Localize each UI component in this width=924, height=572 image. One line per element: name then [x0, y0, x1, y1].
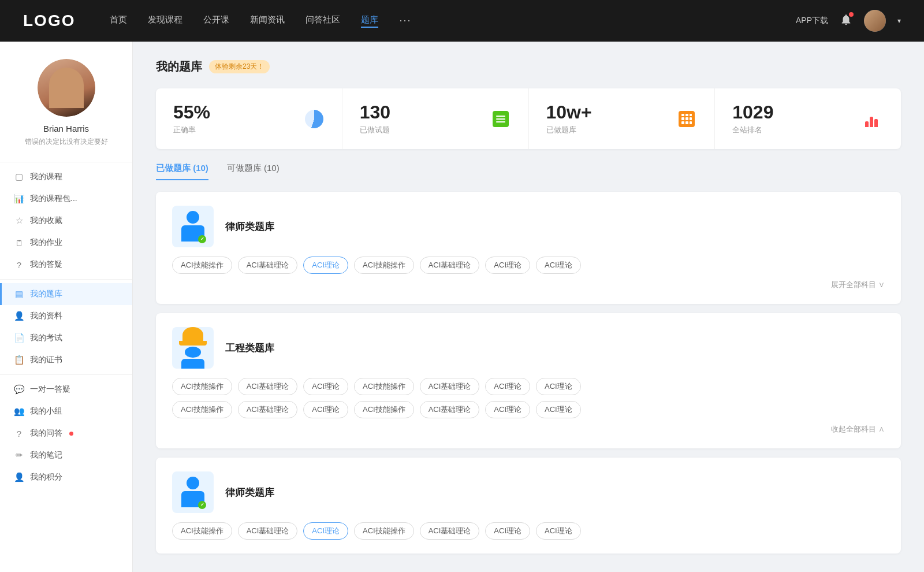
tag-2-5[interactable]: ACI基础理论	[420, 378, 480, 395]
sidebar-avatar	[38, 59, 95, 117]
nav-qa[interactable]: 问答社区	[305, 14, 340, 28]
tag-3-6[interactable]: ACI理论	[485, 522, 530, 540]
tag-2-3[interactable]: ACI理论	[303, 378, 348, 395]
tag-2-11[interactable]: ACI技能操作	[354, 401, 414, 418]
homework-icon: 🗒	[14, 237, 24, 248]
tag-2-12[interactable]: ACI基础理论	[420, 401, 480, 418]
grid-icon	[676, 109, 697, 129]
tag-3-5[interactable]: ACI基础理论	[420, 522, 480, 540]
tag-1-2[interactable]: ACI基础理论	[238, 257, 298, 274]
sidebar-item-points[interactable]: 👤 我的积分	[0, 466, 132, 488]
sidebar-item-course-package[interactable]: 📊 我的课程包...	[0, 188, 132, 210]
tag-2-7[interactable]: ACI理论	[536, 378, 581, 395]
tag-2-2[interactable]: ACI基础理论	[238, 378, 298, 395]
tutoring-icon: 💬	[14, 384, 24, 395]
questions-icon: ?	[14, 428, 24, 439]
collapse-link[interactable]: 收起全部科目 ∧	[172, 424, 885, 434]
tab-done-banks[interactable]: 已做题库 (10)	[156, 163, 208, 180]
user-avatar[interactable]	[864, 10, 886, 32]
exam-icon: 📄	[14, 333, 24, 343]
tag-2-8[interactable]: ACI技能操作	[172, 401, 232, 418]
engineer-face	[185, 347, 201, 358]
nav-news[interactable]: 新闻资讯	[250, 14, 285, 28]
nav-menu: 首页 发现课程 公开课 新闻资讯 问答社区 题库 ···	[110, 14, 796, 28]
sidebar-item-questions[interactable]: ? 我的问答	[0, 422, 132, 444]
qbank-lawyer-2-icon: ✓	[172, 471, 214, 513]
stat-done-banks: 10w+ 已做题库	[529, 88, 716, 149]
tag-2-9[interactable]: ACI基础理论	[238, 401, 298, 418]
sidebar-item-favorites[interactable]: ☆ 我的收藏	[0, 210, 132, 232]
avatar-chevron[interactable]: ▾	[897, 17, 901, 25]
qbank-lawyer-1-icon: ✓	[172, 206, 214, 247]
tag-3-4[interactable]: ACI技能操作	[354, 522, 414, 540]
tag-3-3[interactable]: ACI理论	[303, 522, 348, 540]
tag-1-6[interactable]: ACI理论	[485, 257, 530, 274]
list-green-icon	[493, 111, 509, 127]
groups-icon: 👥	[14, 406, 24, 417]
stat-done-banks-value: 10w+	[546, 102, 668, 122]
qa-icon: ?	[14, 259, 24, 270]
tag-1-7[interactable]: ACI理论	[536, 257, 581, 274]
sidebar-item-my-course[interactable]: ▢ 我的课程	[0, 166, 132, 188]
qbank-card-lawyer-1-header: ✓ 律师类题库	[172, 206, 885, 247]
tag-2-6[interactable]: ACI理论	[485, 378, 530, 395]
avatar-image	[38, 59, 95, 117]
stat-accuracy-text: 55% 正确率	[173, 102, 295, 135]
sidebar-item-question-bank[interactable]: ▤ 我的题库	[0, 283, 132, 305]
points-icon: 👤	[14, 472, 24, 482]
expand-link-1[interactable]: 展开全部科目 ∨	[172, 280, 885, 290]
qbank-icon: ▤	[14, 289, 24, 299]
notes-icon: ✏	[14, 450, 24, 460]
tag-2-1[interactable]: ACI技能操作	[172, 378, 232, 395]
qbank-engineer-tags-row2: ACI技能操作 ACI基础理论 ACI理论 ACI技能操作 ACI基础理论 AC…	[172, 401, 885, 418]
tag-2-14[interactable]: ACI理论	[536, 401, 581, 418]
tag-1-3[interactable]: ACI理论	[303, 257, 348, 274]
sidebar-item-profile[interactable]: 👤 我的资料	[0, 305, 132, 327]
tag-2-4[interactable]: ACI技能操作	[354, 378, 414, 395]
qbank-card-engineer: 工程类题库 ACI技能操作 ACI基础理论 ACI理论 ACI技能操作 ACI基…	[156, 313, 901, 448]
tag-3-7[interactable]: ACI理论	[536, 522, 581, 540]
page-layout: Brian Harris 错误的决定比没有决定要好 ▢ 我的课程 📊 我的课程包…	[0, 42, 924, 572]
sidebar-item-certificate[interactable]: 📋 我的证书	[0, 349, 132, 371]
tag-3-2[interactable]: ACI基础理论	[238, 522, 298, 540]
nav-discover[interactable]: 发现课程	[148, 14, 182, 28]
qbank-engineer-title: 工程类题库	[225, 341, 274, 355]
page-header: 我的题库 体验剩余23天！	[156, 59, 901, 75]
qbank-lawyer-1-title: 律师类题库	[225, 220, 274, 233]
notification-bell[interactable]	[840, 13, 852, 28]
page-title: 我的题库	[156, 59, 202, 75]
stat-accuracy: 55% 正确率	[156, 88, 342, 149]
sidebar-menu: ▢ 我的课程 📊 我的课程包... ☆ 我的收藏 🗒 我的作业 ? 我的答疑 ▤	[0, 166, 132, 488]
tag-2-13[interactable]: ACI理论	[485, 401, 530, 418]
questions-notification-dot	[69, 432, 73, 436]
pie-chart	[305, 110, 323, 128]
tag-1-1[interactable]: ACI技能操作	[172, 257, 232, 274]
logo[interactable]: LOGO	[23, 12, 75, 30]
list-icon	[490, 109, 511, 129]
nav-home[interactable]: 首页	[110, 14, 127, 28]
navbar-right: APP下载 ▾	[796, 10, 901, 32]
sidebar-item-groups[interactable]: 👥 我的小组	[0, 400, 132, 422]
tabs-row: 已做题库 (10) 可做题库 (10)	[156, 163, 901, 180]
tag-3-1[interactable]: ACI技能操作	[172, 522, 232, 540]
nav-open-course[interactable]: 公开课	[203, 14, 229, 28]
sidebar-item-qa[interactable]: ? 我的答疑	[0, 254, 132, 276]
tag-1-5[interactable]: ACI基础理论	[420, 257, 480, 274]
sidebar-item-exam[interactable]: 📄 我的考试	[0, 327, 132, 349]
qbank-engineer-tags-row1: ACI技能操作 ACI基础理论 ACI理论 ACI技能操作 ACI基础理论 AC…	[172, 378, 885, 395]
nav-more[interactable]: ···	[399, 14, 411, 28]
sidebar-item-tutoring[interactable]: 💬 一对一答疑	[0, 378, 132, 400]
tag-2-10[interactable]: ACI理论	[303, 401, 348, 418]
qbank-engineer-header: 工程类题库	[172, 327, 885, 369]
qbank-lawyer-2-title: 律师类题库	[225, 486, 274, 499]
nav-exam[interactable]: 题库	[361, 14, 378, 28]
sidebar-item-homework[interactable]: 🗒 我的作业	[0, 232, 132, 254]
tag-1-4[interactable]: ACI技能操作	[354, 257, 414, 274]
course-package-icon: 📊	[14, 194, 24, 204]
sidebar-item-notes[interactable]: ✏ 我的笔记	[0, 444, 132, 466]
lawyer-head-2	[187, 477, 199, 489]
tab-available-banks[interactable]: 可做题库 (10)	[227, 163, 280, 180]
engineer-body	[181, 359, 204, 369]
app-download-button[interactable]: APP下载	[796, 16, 828, 26]
sidebar-motto: 错误的决定比没有决定要好	[13, 137, 120, 147]
